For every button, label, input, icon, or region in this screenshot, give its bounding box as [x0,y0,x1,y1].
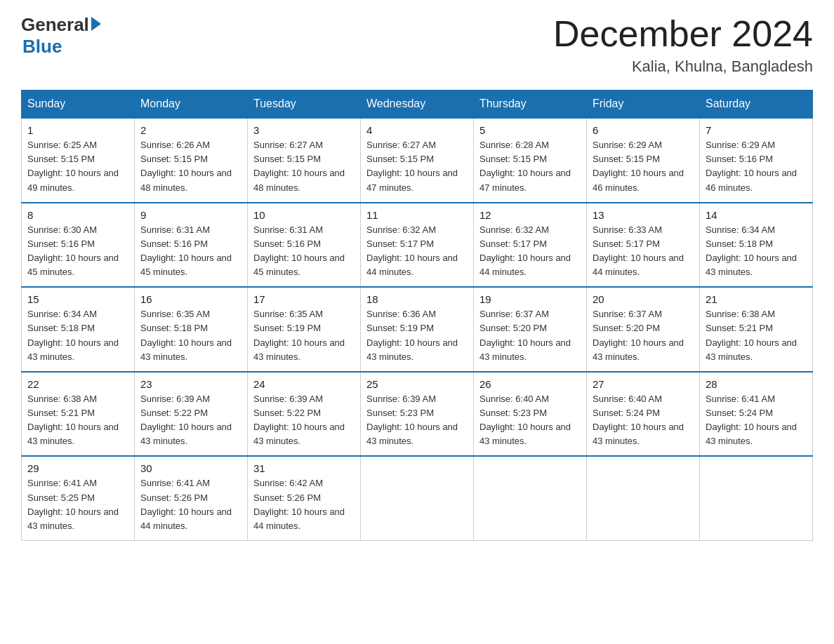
day-number: 12 [479,209,581,221]
header-saturday: Saturday [700,90,813,119]
day-number: 16 [140,293,241,305]
calendar-body: 1 Sunrise: 6:25 AMSunset: 5:15 PMDayligh… [22,118,813,540]
table-row: 2 Sunrise: 6:26 AMSunset: 5:15 PMDayligh… [135,118,248,203]
table-row: 6 Sunrise: 6:29 AMSunset: 5:15 PMDayligh… [587,118,700,203]
header-tuesday: Tuesday [248,90,361,119]
day-info: Sunrise: 6:41 AMSunset: 5:24 PMDaylight:… [706,394,797,446]
day-number: 29 [27,462,128,474]
table-row: 11 Sunrise: 6:32 AMSunset: 5:17 PMDaylig… [361,203,474,288]
table-row: 19 Sunrise: 6:37 AMSunset: 5:20 PMDaylig… [474,287,587,372]
table-row: 14 Sunrise: 6:34 AMSunset: 5:18 PMDaylig… [700,203,813,288]
header-friday: Friday [587,90,700,119]
day-info: Sunrise: 6:39 AMSunset: 5:22 PMDaylight:… [140,394,232,446]
calendar-week-row: 15 Sunrise: 6:34 AMSunset: 5:18 PMDaylig… [22,287,813,372]
day-number: 1 [27,124,128,136]
day-number: 8 [27,209,128,221]
day-number: 9 [140,209,241,221]
table-row: 30 Sunrise: 6:41 AMSunset: 5:26 PMDaylig… [135,456,248,540]
day-info: Sunrise: 6:37 AMSunset: 5:20 PMDaylight:… [479,309,571,361]
table-row: 24 Sunrise: 6:39 AMSunset: 5:22 PMDaylig… [248,372,361,457]
calendar-week-row: 29 Sunrise: 6:41 AMSunset: 5:25 PMDaylig… [22,456,813,540]
table-row: 28 Sunrise: 6:41 AMSunset: 5:24 PMDaylig… [700,372,813,457]
day-info: Sunrise: 6:33 AMSunset: 5:17 PMDaylight:… [593,224,684,277]
day-info: Sunrise: 6:39 AMSunset: 5:22 PMDaylight:… [253,394,345,446]
day-number: 22 [27,378,128,390]
header-sunday: Sunday [22,90,135,119]
location-title: Kalia, Khulna, Bangladesh [553,58,813,76]
table-row: 29 Sunrise: 6:41 AMSunset: 5:25 PMDaylig… [22,456,135,540]
month-title: December 2024 [553,14,813,54]
table-row: 5 Sunrise: 6:28 AMSunset: 5:15 PMDayligh… [474,118,587,203]
day-info: Sunrise: 6:40 AMSunset: 5:24 PMDaylight:… [593,394,684,446]
table-row: 13 Sunrise: 6:33 AMSunset: 5:17 PMDaylig… [587,203,700,288]
day-number: 20 [593,293,694,305]
day-info: Sunrise: 6:40 AMSunset: 5:23 PMDaylight:… [479,394,571,446]
logo-triangle-icon [91,17,101,31]
table-row: 3 Sunrise: 6:27 AMSunset: 5:15 PMDayligh… [248,118,361,203]
table-row [700,456,813,540]
day-number: 26 [479,378,581,390]
table-row [587,456,700,540]
calendar-week-row: 8 Sunrise: 6:30 AMSunset: 5:16 PMDayligh… [22,203,813,288]
calendar-week-row: 1 Sunrise: 6:25 AMSunset: 5:15 PMDayligh… [22,118,813,203]
day-number: 25 [366,378,468,390]
day-info: Sunrise: 6:32 AMSunset: 5:17 PMDaylight:… [479,224,571,277]
day-info: Sunrise: 6:29 AMSunset: 5:15 PMDaylight:… [593,140,684,192]
day-number: 21 [706,293,807,305]
day-info: Sunrise: 6:30 AMSunset: 5:16 PMDaylight:… [27,224,119,277]
header-monday: Monday [135,90,248,119]
day-info: Sunrise: 6:38 AMSunset: 5:21 PMDaylight:… [706,309,797,361]
table-row: 20 Sunrise: 6:37 AMSunset: 5:20 PMDaylig… [587,287,700,372]
table-row: 1 Sunrise: 6:25 AMSunset: 5:15 PMDayligh… [22,118,135,203]
day-info: Sunrise: 6:27 AMSunset: 5:15 PMDaylight:… [253,140,345,192]
day-number: 31 [253,462,355,474]
page-header: General Blue December 2024 Kalia, Khulna… [21,14,813,76]
day-info: Sunrise: 6:35 AMSunset: 5:18 PMDaylight:… [140,309,232,361]
day-info: Sunrise: 6:34 AMSunset: 5:18 PMDaylight:… [706,224,797,277]
day-number: 7 [706,124,807,136]
day-info: Sunrise: 6:31 AMSunset: 5:16 PMDaylight:… [253,224,345,277]
table-row [474,456,587,540]
table-row: 4 Sunrise: 6:27 AMSunset: 5:15 PMDayligh… [361,118,474,203]
table-row: 27 Sunrise: 6:40 AMSunset: 5:24 PMDaylig… [587,372,700,457]
day-info: Sunrise: 6:29 AMSunset: 5:16 PMDaylight:… [706,140,797,192]
table-row: 8 Sunrise: 6:30 AMSunset: 5:16 PMDayligh… [22,203,135,288]
day-number: 19 [479,293,581,305]
calendar-table: Sunday Monday Tuesday Wednesday Thursday… [21,90,813,541]
day-number: 5 [479,124,581,136]
day-number: 27 [593,378,694,390]
day-number: 4 [366,124,468,136]
day-number: 13 [593,209,694,221]
table-row: 15 Sunrise: 6:34 AMSunset: 5:18 PMDaylig… [22,287,135,372]
table-row: 12 Sunrise: 6:32 AMSunset: 5:17 PMDaylig… [474,203,587,288]
day-info: Sunrise: 6:39 AMSunset: 5:23 PMDaylight:… [366,394,458,446]
table-row: 7 Sunrise: 6:29 AMSunset: 5:16 PMDayligh… [700,118,813,203]
table-row: 23 Sunrise: 6:39 AMSunset: 5:22 PMDaylig… [135,372,248,457]
header-wednesday: Wednesday [361,90,474,119]
header-thursday: Thursday [474,90,587,119]
table-row: 21 Sunrise: 6:38 AMSunset: 5:21 PMDaylig… [700,287,813,372]
table-row: 18 Sunrise: 6:36 AMSunset: 5:19 PMDaylig… [361,287,474,372]
calendar-header-row: Sunday Monday Tuesday Wednesday Thursday… [22,90,813,119]
day-info: Sunrise: 6:27 AMSunset: 5:15 PMDaylight:… [366,140,458,192]
table-row: 9 Sunrise: 6:31 AMSunset: 5:16 PMDayligh… [135,203,248,288]
day-info: Sunrise: 6:32 AMSunset: 5:17 PMDaylight:… [366,224,458,277]
day-number: 11 [366,209,468,221]
table-row [361,456,474,540]
day-number: 2 [140,124,241,136]
day-info: Sunrise: 6:31 AMSunset: 5:16 PMDaylight:… [140,224,232,277]
day-number: 18 [366,293,468,305]
day-number: 24 [253,378,355,390]
table-row: 17 Sunrise: 6:35 AMSunset: 5:19 PMDaylig… [248,287,361,372]
day-info: Sunrise: 6:41 AMSunset: 5:25 PMDaylight:… [27,478,119,530]
day-info: Sunrise: 6:26 AMSunset: 5:15 PMDaylight:… [140,140,232,192]
day-number: 17 [253,293,355,305]
day-info: Sunrise: 6:28 AMSunset: 5:15 PMDaylight:… [479,140,571,192]
day-number: 15 [27,293,128,305]
day-number: 23 [140,378,241,390]
day-number: 14 [706,209,807,221]
table-row: 16 Sunrise: 6:35 AMSunset: 5:18 PMDaylig… [135,287,248,372]
title-section: December 2024 Kalia, Khulna, Bangladesh [553,14,813,76]
day-info: Sunrise: 6:37 AMSunset: 5:20 PMDaylight:… [593,309,684,361]
day-info: Sunrise: 6:35 AMSunset: 5:19 PMDaylight:… [253,309,345,361]
